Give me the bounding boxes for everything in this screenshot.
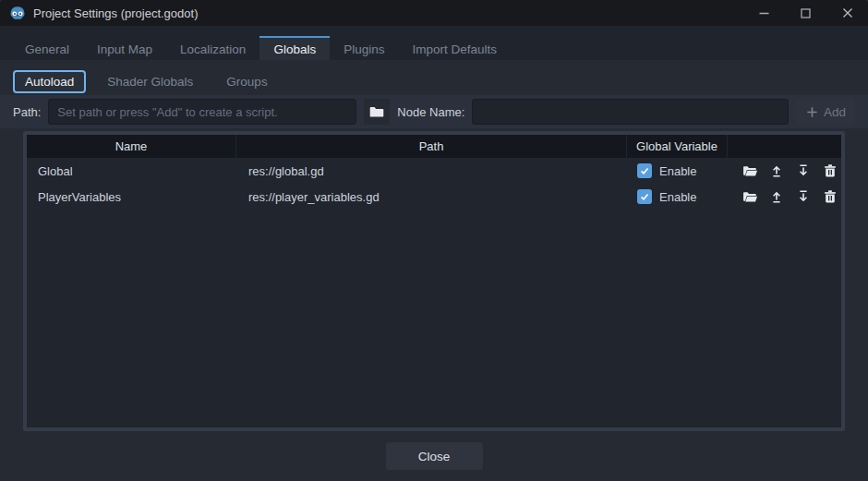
table-row[interactable]: PlayerVariables res://player_variables.g… bbox=[27, 184, 841, 210]
row-actions bbox=[725, 158, 841, 184]
row-actions bbox=[725, 184, 841, 210]
autoload-name: Global bbox=[27, 158, 235, 184]
globals-panel: Autoload Shader Globals Groups Path: Nod… bbox=[0, 60, 868, 481]
close-icon bbox=[842, 7, 853, 18]
dialog-footer: Close bbox=[0, 431, 868, 481]
titlebar: Project Settings (project.godot) bbox=[0, 0, 868, 26]
browse-folder-button[interactable] bbox=[364, 99, 390, 125]
path-label: Path: bbox=[13, 105, 41, 119]
autoload-path: res://player_variables.gd bbox=[235, 184, 625, 210]
autoload-name: PlayerVariables bbox=[27, 184, 235, 210]
path-input[interactable] bbox=[48, 99, 356, 125]
close-window-button[interactable] bbox=[826, 0, 868, 26]
project-settings-window: Project Settings (project.godot) General… bbox=[0, 0, 868, 481]
enable-label: Enable bbox=[659, 190, 696, 204]
global-variable-cell: Enable bbox=[625, 184, 725, 210]
maximize-icon bbox=[801, 8, 811, 18]
open-folder-icon bbox=[742, 163, 758, 179]
add-button-label: Add bbox=[824, 105, 846, 119]
table-row[interactable]: Global res://global.gd Enable bbox=[27, 158, 841, 184]
subtab-groups[interactable]: Groups bbox=[214, 70, 279, 93]
window-controls bbox=[743, 0, 868, 26]
subtab-autoload[interactable]: Autoload bbox=[13, 70, 86, 93]
delete-icon bbox=[823, 163, 838, 178]
autoload-table: Name Path Global Variable Global res://g… bbox=[23, 131, 845, 431]
plus-icon bbox=[805, 105, 819, 119]
node-name-label: Node Name: bbox=[397, 105, 464, 119]
open-folder-icon bbox=[742, 189, 758, 205]
godot-icon bbox=[9, 5, 26, 21]
column-header-actions bbox=[728, 135, 841, 158]
column-header-global-variable[interactable]: Global Variable bbox=[627, 135, 727, 158]
main-tab-bar: General Input Map Localization Globals P… bbox=[0, 26, 868, 60]
folder-icon bbox=[369, 104, 384, 119]
add-button[interactable]: Add bbox=[796, 99, 855, 125]
column-header-path[interactable]: Path bbox=[236, 135, 626, 158]
move-down-icon bbox=[796, 163, 811, 178]
autoload-path: res://global.gd bbox=[235, 158, 625, 184]
enable-label: Enable bbox=[659, 164, 696, 178]
enable-checkbox[interactable] bbox=[637, 163, 652, 178]
tab-general[interactable]: General bbox=[11, 36, 83, 60]
check-icon bbox=[639, 191, 650, 202]
move-up-icon bbox=[769, 189, 784, 204]
tab-plugins[interactable]: Plugins bbox=[330, 36, 398, 60]
tab-globals[interactable]: Globals bbox=[259, 36, 330, 60]
close-button[interactable]: Close bbox=[386, 442, 483, 470]
minimize-icon bbox=[759, 8, 769, 18]
maximize-button[interactable] bbox=[785, 0, 826, 26]
table-header: Name Path Global Variable bbox=[27, 135, 841, 158]
subtab-shader-globals[interactable]: Shader Globals bbox=[95, 70, 205, 93]
delete-button[interactable] bbox=[822, 188, 838, 205]
open-folder-button[interactable] bbox=[741, 162, 758, 179]
move-down-button[interactable] bbox=[795, 188, 812, 205]
globals-subtab-bar: Autoload Shader Globals Groups bbox=[0, 60, 868, 95]
move-up-button[interactable] bbox=[768, 162, 785, 179]
window-title: Project Settings (project.godot) bbox=[33, 6, 198, 20]
move-up-button[interactable] bbox=[768, 188, 785, 205]
minimize-button[interactable] bbox=[743, 0, 785, 26]
check-icon bbox=[639, 165, 650, 176]
global-variable-cell: Enable bbox=[625, 158, 725, 184]
autoload-toolbar: Path: Node Name: Add bbox=[0, 95, 868, 128]
enable-checkbox[interactable] bbox=[637, 189, 652, 204]
node-name-input[interactable] bbox=[472, 99, 789, 125]
delete-icon bbox=[823, 189, 838, 204]
open-folder-button[interactable] bbox=[741, 188, 758, 205]
tab-import-defaults[interactable]: Import Defaults bbox=[398, 36, 511, 60]
tab-localization[interactable]: Localization bbox=[166, 36, 259, 60]
move-down-icon bbox=[796, 189, 811, 204]
delete-button[interactable] bbox=[822, 162, 838, 179]
move-up-icon bbox=[769, 163, 784, 178]
move-down-button[interactable] bbox=[795, 162, 812, 179]
column-header-name[interactable]: Name bbox=[27, 135, 235, 158]
tab-input-map[interactable]: Input Map bbox=[83, 36, 166, 60]
